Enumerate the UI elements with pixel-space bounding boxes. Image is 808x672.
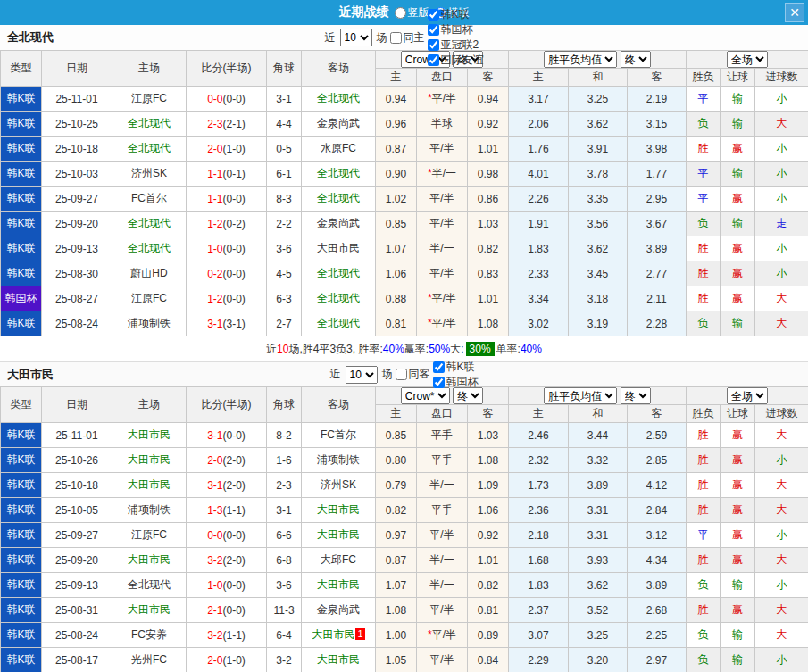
odds-company-select[interactable]: Crow* [401,387,450,404]
col-odds-away: 客 [468,405,509,423]
league-filter-checkbox[interactable]: 韩K联 [432,360,479,375]
odds-away-cell: 0.94 [468,87,509,112]
league-checkbox-input[interactable] [433,361,445,373]
league-checkbox-input[interactable] [428,24,439,36]
avg-away-cell: 2.68 [628,598,687,623]
odds-away-cell: 1.03 [468,423,509,448]
same-home-input[interactable] [390,32,402,44]
avg-home-cell: 1.76 [509,137,569,162]
handicap-cell: 半/一 [417,236,468,261]
league-cell: 韩K联 [1,548,42,573]
team2-match-count-select[interactable]: 10 [346,366,378,384]
avg-type-select[interactable]: 胜平负均值 [544,387,617,404]
team1-match-count-select[interactable]: 10 [340,29,372,46]
avg-away-cell: 3.12 [628,523,687,548]
league-filter-checkbox[interactable]: 韩国杯 [432,375,479,390]
handicap-cell: 半/一 [417,473,468,498]
away-team-cell: 金泉尚武 [302,598,376,623]
fulltime-select[interactable]: 全场 [727,387,768,404]
handicap-cell: *平/半 [417,286,468,311]
date-cell: 25-08-24 [42,623,112,648]
goals-cell: 大 [755,286,808,311]
league-cell: 韩K联 [1,212,42,236]
team1-same-home-checkbox[interactable]: 同主 [389,30,425,46]
avg-draw-cell: 3.52 [569,598,628,623]
close-icon[interactable]: ✕ [785,3,804,22]
away-team-cell: 大邱FC [302,548,376,573]
match-row: 韩K联25-08-17光州FC2-0(1-0)3-2大田市民1.05平/半0.8… [1,648,808,672]
avg-home-cell: 2.32 [509,448,569,473]
league-checkbox-input[interactable] [428,39,439,51]
col-type: 类型 [1,387,42,423]
avg-home-cell: 2.46 [509,423,569,448]
corners-cell: 2-2 [267,212,302,236]
team2-same-away-checkbox[interactable]: 同客 [395,367,430,382]
score-cell: 3-1(3-1) [187,311,267,336]
league-checkbox-input[interactable] [428,9,439,21]
odds-home-cell: 1.05 [376,648,417,672]
col-score: 比分(半场) [187,387,267,423]
league-checkbox-input[interactable] [433,377,445,388]
league-cell: 韩K联 [1,423,42,448]
away-team-cell: 金泉尚武 [302,112,376,137]
result-cell: 负 [687,648,721,672]
odds-away-cell: 1.08 [468,448,509,473]
handicap-result-cell: 赢 [721,448,755,473]
result-cell: 胜 [687,548,721,573]
avg-home-cell: 2.33 [509,261,569,286]
avg-draw-cell: 3.56 [569,212,628,236]
league-filter-checkbox[interactable]: 韩国杯 [427,22,484,37]
score-cell: 3-1(0-0) [187,423,267,448]
near-label: 近 [330,367,341,382]
avg-stage-select[interactable]: 终 [621,51,651,68]
avg-draw-cell: 3.93 [569,548,628,573]
league-checkbox-input[interactable] [428,54,439,66]
handicap-cell: *平/半 [417,623,468,648]
score-cell: 3-1(2-0) [187,473,267,498]
league-filter-checkbox[interactable]: 韩K联 [427,7,484,22]
fulltime-select[interactable]: 全场 [727,51,768,68]
handicap-result-cell: 赢 [721,236,755,261]
match-row: 韩K联25-08-24FC安养3-2(1-1)6-4大田市民11.00*平/半0… [1,623,808,648]
col-away: 客场 [302,387,376,423]
avg-draw-cell: 3.44 [569,423,628,448]
league-filter-checkbox[interactable]: 亚冠联2 [427,37,484,53]
home-team-cell: 全北现代 [112,236,187,261]
date-cell: 25-09-13 [42,573,112,598]
team1-summary: 近10场,胜4平3负3, 胜率:40% 赢率:50% 大:30% 单率:40% [0,336,808,361]
col-result: 胜负 [687,405,721,423]
avg-away-cell: 2.97 [628,648,687,672]
odds-stage-select[interactable]: 终 [453,387,483,404]
match-row: 韩K联25-08-30蔚山HD0-2(0-0)4-5全北现代1.06平/半0.8… [1,261,808,286]
league-cell: 韩K联 [1,162,42,187]
odds-group-header: Crow* 终 [376,387,509,405]
away-team-cell: 全北现代 [302,87,376,112]
league-filter-checkbox[interactable]: 国际友谊 [427,53,484,68]
home-team-cell: 大田市民 [112,473,187,498]
away-team-cell: 金泉尚武 [302,212,376,236]
summary-segment: 30% [466,342,495,356]
summary-segment: 10 [277,343,288,355]
col-odds-away: 客 [468,69,509,87]
odds-away-cell: 0.81 [468,598,509,623]
vertical-radio-input[interactable] [395,7,406,19]
summary-segment: 场,胜4平3负3, 胜率: [288,342,382,357]
score-cell: 1-1(0-1) [187,162,267,187]
layout-radio-vertical[interactable]: 竖版 [395,5,429,21]
score-cell: 0-0(0-0) [187,87,267,112]
avg-draw-cell: 3.91 [569,137,628,162]
home-team-cell: 全北现代 [112,573,187,598]
avg-type-select[interactable]: 胜平负均值 [544,51,617,68]
team1-league-filters: 韩K联韩国杯亚冠联2国际友谊 [427,7,484,68]
col-avg-draw: 和 [569,405,628,423]
date-cell: 25-08-30 [42,261,112,286]
avg-stage-select[interactable]: 终 [621,387,651,404]
league-cell: 韩K联 [1,598,42,623]
away-team-cell: 大田市民 [302,648,376,672]
avg-group-header: 胜平负均值 终 [509,387,687,405]
odds-away-cell: 0.82 [468,573,509,598]
home-team-cell: 浦项制铁 [112,311,187,336]
same-away-input[interactable] [396,369,407,380]
away-team-cell: 全北现代 [302,162,376,187]
corners-cell: 6-1 [267,162,302,187]
